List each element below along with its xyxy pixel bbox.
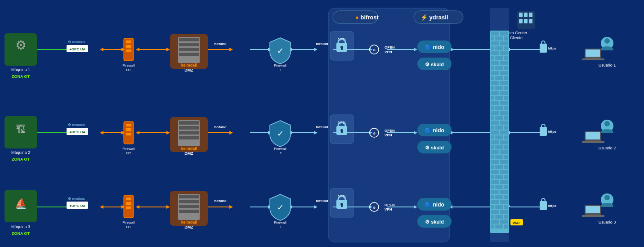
svg-text:⚙ skuld: ⚙ skuld	[425, 145, 444, 150]
svg-marker-13	[229, 48, 233, 51]
svg-marker-70	[369, 205, 372, 209]
svg-text:Usuario 3: Usuario 3	[599, 220, 616, 225]
svg-rect-279	[495, 116, 503, 120]
svg-point-217	[370, 202, 379, 211]
svg-rect-297	[491, 150, 499, 154]
svg-text:ZONA OT: ZONA OT	[12, 157, 30, 162]
svg-text:https: https	[548, 130, 557, 134]
diagram: ● bifrost ⚡ ydrasil Data Center Cliente …	[0, 0, 644, 247]
svg-rect-271	[504, 96, 508, 100]
svg-rect-116	[330, 31, 353, 60]
svg-marker-7	[121, 48, 125, 51]
svg-rect-331	[504, 215, 508, 219]
svg-point-169	[370, 128, 379, 137]
svg-rect-154	[179, 126, 199, 130]
svg-text:hofund: hofund	[316, 42, 328, 46]
svg-text:⊙: ⊙	[373, 206, 376, 209]
svg-rect-164	[330, 115, 353, 144]
svg-rect-175	[417, 141, 452, 153]
svg-marker-17	[314, 48, 318, 51]
svg-text:Firewall: Firewall	[274, 63, 286, 67]
svg-text:Usuario 2: Usuario 2	[599, 146, 616, 150]
svg-text:Firewall: Firewall	[122, 147, 135, 151]
svg-text:🏗: 🏗	[16, 124, 26, 135]
svg-rect-143	[67, 128, 88, 135]
svg-rect-136	[582, 58, 604, 60]
svg-rect-326	[504, 205, 508, 209]
svg-marker-50	[449, 131, 452, 135]
svg-marker-65	[268, 205, 272, 209]
svg-rect-269	[495, 96, 503, 100]
svg-rect-302	[491, 160, 499, 164]
svg-marker-15	[268, 48, 272, 51]
svg-text:⚙ modbus: ⚙ modbus	[68, 197, 85, 201]
svg-text:VPN: VPN	[385, 207, 392, 211]
svg-rect-203	[179, 205, 199, 208]
svg-rect-242	[491, 41, 499, 45]
svg-rect-306	[504, 165, 508, 169]
svg-rect-228	[510, 219, 523, 225]
svg-text:ZONA OT: ZONA OT	[12, 74, 30, 79]
svg-rect-334	[495, 225, 503, 229]
svg-rect-278	[500, 111, 508, 115]
svg-text:VPN: VPN	[338, 194, 346, 198]
svg-rect-166	[336, 126, 347, 135]
svg-point-181	[604, 121, 610, 126]
svg-text:heimdall: heimdall	[181, 63, 197, 67]
svg-rect-295	[491, 145, 494, 149]
svg-rect-226	[540, 201, 547, 210]
svg-rect-260	[491, 76, 494, 80]
svg-text:⛵: ⛵	[15, 198, 27, 210]
svg-text:⊙: ⊙	[373, 132, 376, 135]
svg-rect-194	[126, 198, 131, 200]
svg-text:VPN: VPN	[338, 37, 346, 41]
svg-marker-33	[100, 131, 103, 135]
svg-rect-247	[491, 51, 499, 55]
svg-rect-182	[585, 131, 601, 141]
svg-marker-35	[166, 131, 170, 135]
svg-rect-156	[179, 136, 199, 139]
svg-marker-30	[67, 131, 71, 135]
svg-rect-328	[500, 210, 508, 214]
svg-rect-238	[500, 31, 508, 36]
svg-rect-284	[495, 126, 503, 130]
svg-rect-255	[491, 66, 494, 70]
svg-rect-310	[491, 175, 494, 179]
svg-text:https: https	[548, 46, 557, 50]
svg-text:hofund: hofund	[214, 199, 226, 203]
svg-text:●OPC UA: ●OPC UA	[69, 204, 85, 208]
svg-rect-335	[491, 225, 494, 229]
svg-text:hofund: hofund	[214, 125, 226, 129]
svg-rect-319	[495, 195, 503, 199]
svg-text:OPEN: OPEN	[385, 45, 395, 49]
svg-rect-134	[585, 49, 601, 58]
svg-text:Máquina 2: Máquina 2	[11, 150, 30, 155]
svg-rect-272	[491, 101, 499, 105]
svg-rect-3	[414, 11, 463, 23]
svg-point-121	[370, 45, 379, 54]
svg-text:🔵 nido: 🔵 nido	[425, 44, 444, 50]
svg-rect-201	[179, 195, 199, 198]
svg-rect-283	[500, 121, 508, 125]
svg-marker-60	[166, 205, 170, 209]
svg-text:NGNX: NGNX	[491, 202, 503, 207]
svg-rect-336	[504, 225, 508, 229]
svg-point-133	[604, 38, 610, 44]
svg-rect-290	[491, 135, 494, 139]
svg-rect-0	[328, 8, 450, 242]
svg-rect-317	[491, 190, 499, 194]
svg-rect-332	[491, 220, 499, 224]
svg-rect-243	[500, 41, 508, 45]
svg-rect-322	[491, 200, 499, 204]
svg-rect-288	[500, 130, 508, 135]
svg-rect-125	[417, 40, 452, 53]
svg-marker-58	[100, 205, 103, 209]
svg-rect-178	[540, 127, 547, 136]
svg-marker-10	[166, 48, 170, 51]
svg-marker-20	[369, 48, 372, 51]
svg-text:Data Center: Data Center	[505, 31, 528, 35]
svg-rect-221	[417, 198, 452, 211]
svg-text:DMZ: DMZ	[184, 151, 193, 156]
svg-marker-5	[67, 48, 71, 51]
svg-text:hofund: hofund	[214, 42, 226, 46]
